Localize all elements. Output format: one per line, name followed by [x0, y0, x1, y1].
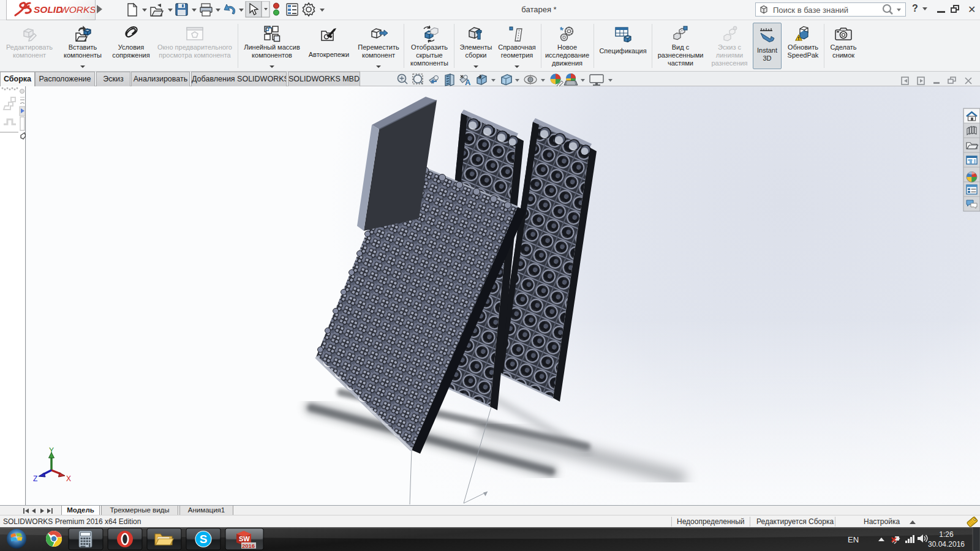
svg-text:SOLID: SOLID [34, 4, 62, 15]
svg-text:30.04.2016: 30.04.2016 [928, 540, 965, 549]
svg-text:S: S [200, 533, 208, 545]
svg-text:EN: EN [848, 535, 859, 544]
svg-text:Y: Y [49, 446, 54, 455]
svg-text:A: A [465, 78, 471, 86]
svg-text:SW: SW [239, 535, 250, 542]
svg-text:2016: 2016 [242, 542, 255, 549]
svg-text:1:26: 1:26 [939, 530, 954, 539]
svg-text:Z: Z [33, 474, 37, 483]
svg-text:X: X [66, 474, 71, 483]
svg-text:WORKS: WORKS [60, 4, 95, 15]
